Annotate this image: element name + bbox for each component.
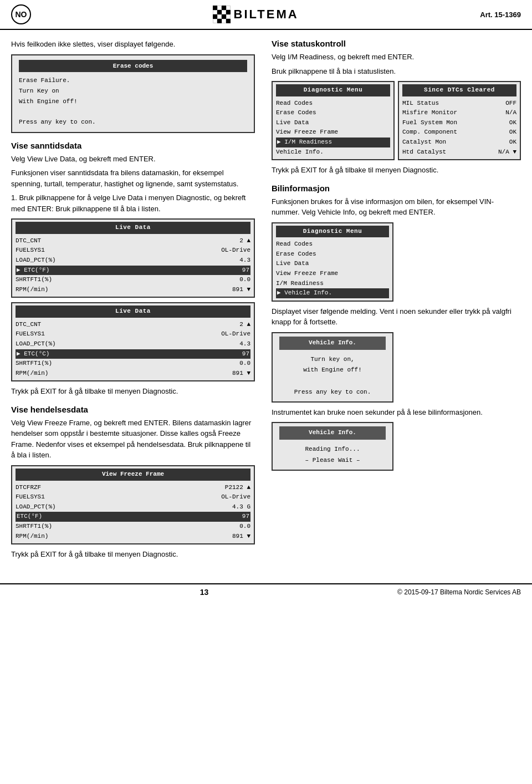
freeze-section-title: Vise hendelsesdata (11, 405, 255, 414)
live-data-para3: 1. Bruk pilknappene for å velge Live Dat… (11, 192, 255, 214)
menu2-live-data: Live Data (276, 259, 389, 269)
vi2-line-1: Reading Info... (279, 444, 386, 455)
brand-name: BILTEMA (234, 7, 299, 22)
menu2-erase-codes: Erase Codes (276, 250, 389, 259)
readiness-para2: Bruk pilknappene til å bla i statusliste… (272, 66, 521, 77)
vi-spacer (279, 376, 386, 387)
live-data2-row-2: FUELSYS1OL-Drive (16, 329, 250, 339)
vi2-line-2: – Please Wait – (279, 455, 386, 466)
live-data-box1-title: Live Data (16, 222, 250, 234)
live-data-exit-text: Trykk på EXIT for å gå tilbake til menye… (11, 386, 255, 397)
live-data-para2: Funksjonen viser sanntidsdata fra bilens… (11, 167, 255, 189)
footer-copyright: © 2015-09-17 Biltema Nordic Services AB (397, 588, 521, 596)
menu-view-freeze: View Freeze Frame (276, 128, 390, 138)
diag-menu2-title: Diagnostic Menu (276, 226, 389, 238)
erase-line-4: Press any key to con. (19, 117, 247, 128)
live-data2-row-6: RPM(/min)891 ▼ (16, 369, 250, 379)
country-badge: NO (11, 4, 31, 24)
diag-menu-vehicle-info: Diagnostic Menu Read Codes Erase Codes L… (272, 222, 393, 302)
brand-logo: BILTEMA (213, 6, 299, 23)
vi-line-1: Turn key on, (279, 354, 386, 365)
since-dtcs-misfire: Misfire MonitorN/A (402, 108, 516, 118)
since-dtcs-mil: MIL StatusOFF (402, 99, 516, 109)
live-data2-row-3: LOAD_PCT(%)4.3 (16, 339, 250, 349)
vi-line-2: with Engine off! (279, 365, 386, 376)
readiness-section-title: Vise statuskontroll (272, 39, 521, 48)
live-data-box-celsius: Live Data DTC_CNT2 ▲ FUELSYS1OL-Drive LO… (11, 302, 255, 381)
live-data-section-title: Vise sanntidsdata (11, 141, 255, 150)
live-data-row-5: SHRTFT1(%)0.0 (16, 275, 250, 285)
vehicle-info-box1: Vehicle Info. Turn key on, with Engine o… (272, 332, 393, 403)
country-code-text: NO (16, 10, 27, 19)
main-content: Hvis feilkoden ikke slettes, viser displ… (0, 30, 532, 572)
menu-im-readiness-selected: ▶ I/M Readiness (276, 138, 390, 147)
live-data2-row-5: SHRTFT1(%)0.0 (16, 359, 250, 369)
erase-line-2: Turn Key on (19, 86, 247, 96)
menu-live-data: Live Data (276, 118, 390, 128)
left-column: Hvis feilkoden ikke slettes, viser displ… (11, 39, 266, 563)
live-data2-row-1: DTC_CNT2 ▲ (16, 320, 250, 330)
readiness-para1: Velg I/M Readiness, og bekreft med ENTER… (272, 52, 521, 63)
reading-text: Instrumentet kan bruke noen sekunder på … (272, 407, 521, 418)
article-number: Art. 15-1369 (480, 11, 521, 19)
menu2-im-readiness: I/M Readiness (276, 279, 389, 289)
since-dtcs-panel: Since DTCs Cleared MIL StatusOFF Misfire… (398, 81, 521, 160)
ff-row-1: DTCFRZFP2122 ▲ (16, 483, 250, 493)
dual-screen-readiness: Diagnostic Menu Read Codes Erase Codes L… (272, 81, 521, 160)
ff-row-6: RPM(/min)891 ▼ (16, 532, 250, 542)
freeze-para1: Velg View Freeze Frame, og bekreft med E… (11, 418, 255, 461)
diag-menu-readiness: Diagnostic Menu Read Codes Erase Codes L… (272, 81, 395, 160)
live-data-box-fahrenheit: Live Data DTC_CNT2 ▲ FUELSYS1OL-Drive LO… (11, 218, 255, 298)
erase-spacer (19, 106, 247, 117)
live-data-para1: Velg View Live Data, og bekreft med ENTE… (11, 154, 255, 165)
menu-vehicle-info: Vehicle Info. (276, 147, 390, 157)
since-dtcs-comp: Comp. ComponentOK (402, 128, 516, 138)
freeze-frame-title: View Freeze Frame (16, 469, 250, 481)
menu2-read-codes: Read Codes (276, 240, 389, 250)
ff-row-3: LOAD_PCT(%)4.3 G (16, 502, 250, 512)
erase-intro-text: Hvis feilkoden ikke slettes, viser displ… (11, 39, 255, 50)
ff-row-4-highlighted: ETC(°F)97 (16, 512, 250, 522)
readiness-exit-text: Trykk på EXIT for å gå tilbake til menye… (272, 165, 521, 176)
erase-line-3: With Engine off! (19, 96, 247, 107)
live-data2-row-4-highlighted: ▶ ETC(°C)97 (16, 349, 250, 359)
live-data-box2-title: Live Data (16, 306, 250, 318)
since-dtcs-title: Since DTCs Cleared (402, 84, 516, 96)
menu-read-codes: Read Codes (276, 99, 390, 109)
menu2-view-freeze: View Freeze Frame (276, 269, 389, 279)
right-column: Vise statuskontroll Velg I/M Readiness, … (266, 39, 521, 563)
page-number: 13 (200, 588, 209, 597)
since-dtcs-fuel: Fuel System MonOK (402, 118, 516, 128)
page-header: NO BILTEMA Art. 15-1369 (0, 0, 532, 30)
erase-line-1: Erase Failure. (19, 75, 247, 86)
live-data-row-2: FUELSYS1OL-Drive (16, 246, 250, 256)
vehicle-info-box2-title: Vehicle Info. (279, 426, 386, 440)
vi-line-3: Press any key to con. (279, 387, 386, 398)
checkerboard-icon (213, 6, 231, 23)
ff-row-2: FUELSYS1OL-Drive (16, 492, 250, 502)
since-dtcs-htd: Htd CatalystN/A ▼ (402, 147, 516, 157)
menu-erase-codes: Erase Codes (276, 108, 390, 118)
vehicle-info-para1: Funksjonen brukes for å vise informasjon… (272, 196, 521, 218)
display-text1: Displayet viser følgende melding. Vent i… (272, 306, 521, 328)
freeze-exit-text: Trykk på EXIT for å gå tilbake til menye… (11, 549, 255, 560)
ff-row-5: SHRTFT1(%)0.0 (16, 522, 250, 532)
live-data-row-4-highlighted: ▶ ETC(°F)97 (16, 266, 250, 276)
erase-codes-title: Erase codes (19, 60, 247, 73)
page-footer: 13 © 2015-09-17 Biltema Nordic Services … (0, 583, 532, 600)
vehicle-info-box1-title: Vehicle Info. (279, 337, 386, 350)
vehicle-info-section-title: Bilinformasjon (272, 184, 521, 193)
menu2-vehicle-info-selected: ▶ Vehicle Info. (276, 288, 389, 298)
vehicle-info-box2: Vehicle Info. Reading Info... – Please W… (272, 422, 393, 470)
diag-menu-readiness-title: Diagnostic Menu (276, 84, 390, 96)
since-dtcs-catalyst: Catalyst MonOK (402, 138, 516, 147)
erase-codes-box: Erase codes Erase Failure. Turn Key on W… (11, 54, 255, 133)
live-data-row-3: LOAD_PCT(%)4.3 (16, 256, 250, 266)
live-data-row-6: RPM(/min)891 ▼ (16, 285, 250, 295)
freeze-frame-box: View Freeze Frame DTCFRZFP2122 ▲ FUELSYS… (11, 465, 255, 544)
live-data-row-1: DTC_CNT2 ▲ (16, 236, 250, 246)
